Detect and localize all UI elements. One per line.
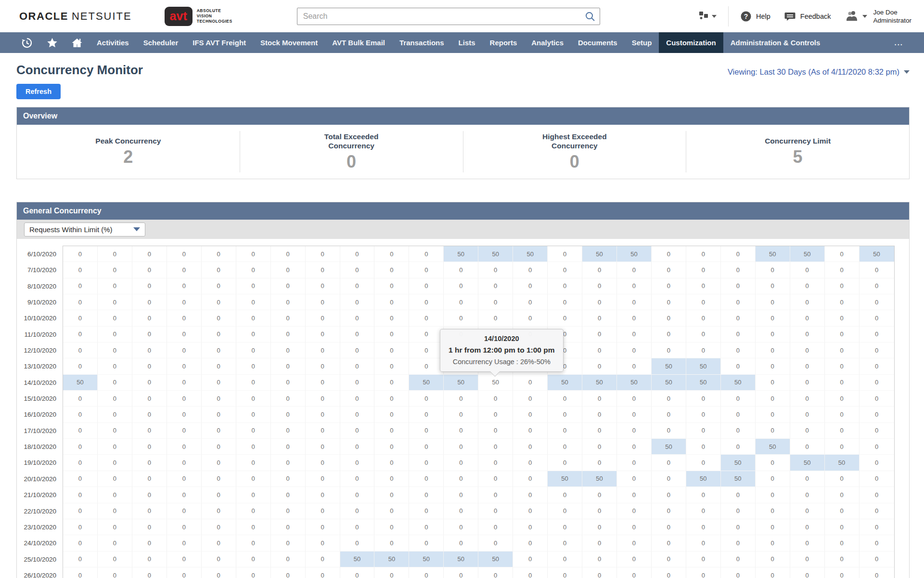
heatmap-cell[interactable]: 0 — [582, 294, 617, 310]
heatmap-cell[interactable]: 0 — [825, 327, 860, 342]
heatmap-cell[interactable]: 0 — [721, 391, 756, 407]
heatmap-cell[interactable]: 0 — [478, 455, 513, 471]
heatmap-cell[interactable]: 0 — [340, 567, 375, 578]
heatmap-cell[interactable]: 0 — [617, 487, 652, 503]
heatmap-cell[interactable]: 0 — [236, 262, 271, 278]
heatmap-cell[interactable]: 50 — [756, 246, 790, 262]
quick-add-menu[interactable] — [697, 10, 717, 23]
heatmap-cell[interactable]: 0 — [444, 439, 478, 455]
heatmap-cell[interactable]: 0 — [63, 439, 98, 455]
heatmap-cell[interactable]: 0 — [306, 358, 340, 374]
heatmap-cell[interactable]: 0 — [582, 503, 617, 519]
heatmap-cell[interactable]: 0 — [132, 342, 167, 358]
heatmap-cell[interactable]: 0 — [236, 294, 271, 310]
heatmap-cell[interactable]: 0 — [652, 471, 686, 487]
heatmap-cell[interactable]: 0 — [236, 246, 271, 262]
heatmap-cell[interactable]: 0 — [374, 423, 409, 439]
heatmap-cell[interactable]: 0 — [202, 262, 236, 278]
heatmap-cell[interactable]: 0 — [271, 262, 306, 278]
nav-item-scheduler[interactable]: Scheduler — [136, 32, 186, 53]
heatmap-cell[interactable]: 0 — [63, 294, 98, 310]
heatmap-cell[interactable]: 0 — [202, 423, 236, 439]
heatmap-cell[interactable]: 0 — [756, 487, 790, 503]
heatmap-cell[interactable]: 0 — [271, 567, 306, 578]
heatmap-cell[interactable]: 0 — [652, 246, 686, 262]
heatmap-cell[interactable]: 0 — [686, 327, 721, 342]
heatmap-cell[interactable]: 0 — [617, 327, 652, 342]
heatmap-cell[interactable]: 0 — [790, 439, 825, 455]
heatmap-cell[interactable]: 0 — [374, 262, 409, 278]
heatmap-cell[interactable]: 0 — [582, 278, 617, 294]
heatmap-cell[interactable]: 0 — [374, 535, 409, 551]
heatmap-cell[interactable]: 0 — [825, 567, 860, 578]
heatmap-cell[interactable]: 0 — [236, 487, 271, 503]
heatmap-cell[interactable]: 0 — [790, 278, 825, 294]
heatmap-cell[interactable]: 0 — [132, 262, 167, 278]
heatmap-cell[interactable]: 0 — [652, 519, 686, 535]
heatmap-cell[interactable]: 0 — [582, 535, 617, 551]
heatmap-cell[interactable]: 0 — [98, 358, 132, 374]
heatmap-cell[interactable]: 0 — [409, 391, 444, 407]
heatmap-cell[interactable]: 50 — [582, 246, 617, 262]
heatmap-cell[interactable]: 0 — [340, 519, 375, 535]
heatmap-cell[interactable]: 0 — [825, 278, 860, 294]
heatmap-cell[interactable]: 0 — [271, 294, 306, 310]
heatmap-cell[interactable]: 0 — [478, 535, 513, 551]
heatmap-cell[interactable]: 50 — [652, 358, 686, 374]
viewing-range-selector[interactable]: Viewing: Last 30 Days (As of 4/11/2020 8… — [728, 67, 910, 77]
heatmap-cell[interactable]: 50 — [444, 375, 478, 391]
heatmap-cell[interactable]: 0 — [132, 327, 167, 342]
heatmap-cell[interactable]: 0 — [98, 503, 132, 519]
heatmap-cell[interactable]: 0 — [652, 278, 686, 294]
heatmap-cell[interactable]: 0 — [167, 519, 202, 535]
heatmap-cell[interactable]: 0 — [860, 407, 894, 422]
heatmap-cell[interactable]: 0 — [582, 519, 617, 535]
heatmap-cell[interactable]: 0 — [756, 358, 790, 374]
heatmap-cell[interactable]: 0 — [340, 439, 375, 455]
heatmap-cell[interactable]: 50 — [790, 455, 825, 471]
nav-item-setup[interactable]: Setup — [625, 32, 659, 53]
heatmap-cell[interactable]: 0 — [478, 471, 513, 487]
heatmap-cell[interactable]: 0 — [132, 375, 167, 391]
heatmap-cell[interactable]: 0 — [444, 535, 478, 551]
heatmap-cell[interactable]: 0 — [790, 471, 825, 487]
heatmap-cell[interactable]: 0 — [548, 391, 582, 407]
heatmap-cell[interactable]: 0 — [63, 535, 98, 551]
heatmap-cell[interactable]: 0 — [306, 294, 340, 310]
heatmap-cell[interactable]: 0 — [617, 552, 652, 567]
heatmap-cell[interactable]: 0 — [132, 455, 167, 471]
heatmap-cell[interactable]: 0 — [652, 342, 686, 358]
heatmap-cell[interactable]: 0 — [721, 423, 756, 439]
heatmap-cell[interactable]: 0 — [340, 487, 375, 503]
heatmap-cell[interactable]: 0 — [374, 471, 409, 487]
heatmap-cell[interactable]: 0 — [63, 423, 98, 439]
heatmap-cell[interactable]: 0 — [686, 567, 721, 578]
heatmap-cell[interactable]: 0 — [132, 246, 167, 262]
heatmap-cell[interactable]: 0 — [340, 246, 375, 262]
heatmap-cell[interactable]: 0 — [409, 294, 444, 310]
heatmap-cell[interactable]: 0 — [236, 342, 271, 358]
heatmap-cell[interactable]: 50 — [582, 471, 617, 487]
heatmap-cell[interactable]: 0 — [236, 471, 271, 487]
heatmap-cell[interactable]: 0 — [236, 423, 271, 439]
heatmap-cell[interactable]: 0 — [686, 246, 721, 262]
heatmap-cell[interactable]: 0 — [167, 262, 202, 278]
heatmap-cell[interactable]: 0 — [374, 439, 409, 455]
heatmap-cell[interactable]: 0 — [306, 535, 340, 551]
heatmap-cell[interactable]: 0 — [340, 391, 375, 407]
heatmap-cell[interactable]: 0 — [548, 407, 582, 422]
heatmap-cell[interactable]: 0 — [167, 407, 202, 422]
heatmap-cell[interactable]: 0 — [409, 503, 444, 519]
heatmap-cell[interactable]: 0 — [236, 567, 271, 578]
heatmap-cell[interactable]: 0 — [513, 262, 548, 278]
heatmap-cell[interactable]: 0 — [478, 310, 513, 326]
heatmap-cell[interactable]: 0 — [98, 455, 132, 471]
nav-item-reports[interactable]: Reports — [483, 32, 525, 53]
heatmap-cell[interactable]: 0 — [132, 278, 167, 294]
heatmap-cell[interactable]: 0 — [721, 262, 756, 278]
heatmap-cell[interactable]: 0 — [236, 439, 271, 455]
heatmap-cell[interactable]: 0 — [98, 487, 132, 503]
heatmap-cell[interactable]: 0 — [686, 310, 721, 326]
heatmap-cell[interactable]: 0 — [686, 294, 721, 310]
heatmap-cell[interactable]: 0 — [790, 310, 825, 326]
